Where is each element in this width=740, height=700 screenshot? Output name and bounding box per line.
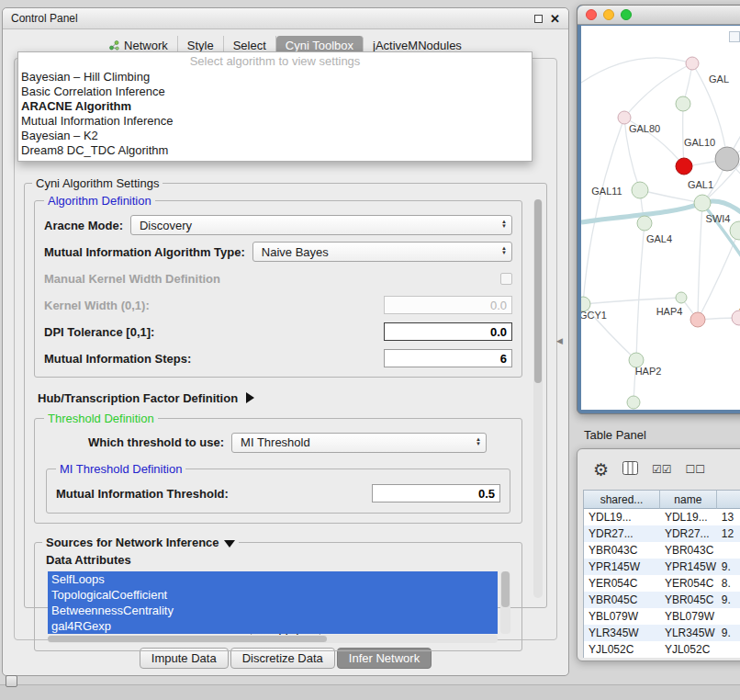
dpi-tolerance-field[interactable] bbox=[384, 322, 512, 341]
attribute-item-selfloops[interactable]: SelfLoops bbox=[48, 571, 498, 587]
algorithm-option-bayesian-k2[interactable]: Bayesian – K2 bbox=[18, 129, 532, 143]
table-row[interactable]: YBL079WYBL079W bbox=[584, 608, 740, 625]
algorithm-option-bayesian-hill-climbing[interactable]: Bayesian – Hill Climbing bbox=[18, 70, 532, 85]
table-row[interactable]: YDR27...YDR27...12 bbox=[584, 525, 740, 542]
algorithm-option-mutual-information-inference[interactable]: Mutual Information Inference bbox=[18, 114, 532, 129]
node-gray[interactable] bbox=[715, 147, 739, 171]
scrollbar-thumb[interactable] bbox=[534, 199, 542, 383]
close-icon[interactable]: ✕ bbox=[550, 13, 560, 25]
column-header-shared[interactable]: shared... bbox=[584, 491, 660, 509]
hub-definition-label: Hub/Transcription Factor Definition bbox=[38, 391, 238, 405]
canvas-scrollbar-corner[interactable] bbox=[729, 31, 740, 42]
column-header[interactable] bbox=[717, 491, 740, 509]
node-hap4[interactable] bbox=[690, 312, 705, 327]
table-row[interactable]: YER054CYER054C8. bbox=[584, 575, 740, 592]
node-gal1[interactable] bbox=[694, 195, 711, 211]
node-gal11[interactable] bbox=[632, 182, 648, 198]
node-label: GAL bbox=[709, 73, 729, 85]
table-cell: YER054C bbox=[660, 575, 717, 592]
table-cell: YJL052C bbox=[660, 641, 717, 658]
node[interactable] bbox=[676, 292, 687, 303]
algorithm-option-aracne-algorithm[interactable]: ARACNE Algorithm bbox=[18, 99, 532, 114]
gear-icon[interactable]: ⚙ bbox=[593, 459, 609, 480]
sources-title: Sources for Network Inference bbox=[46, 536, 219, 549]
table-cell: 8. bbox=[717, 575, 740, 592]
column-header-name[interactable]: name bbox=[660, 491, 717, 509]
select-all-checks-icon[interactable]: ☑☑ bbox=[652, 463, 672, 476]
mi-steps-field[interactable] bbox=[384, 349, 512, 367]
aracne-mode-value: Discovery bbox=[140, 219, 192, 232]
node-labels: GAL GAL80 GAL10 GAL11 GAL1 SWI4 GAL4 GCY… bbox=[581, 73, 740, 377]
node-swi4[interactable] bbox=[730, 221, 740, 240]
table-cell: YBR043C bbox=[584, 542, 660, 559]
node-gal80[interactable] bbox=[618, 111, 631, 124]
scrollbar-thumb[interactable] bbox=[48, 636, 327, 642]
mi-threshold-field[interactable] bbox=[372, 484, 500, 502]
algorithm-option-basic-correlation-inference[interactable]: Basic Correlation Inference bbox=[18, 85, 532, 99]
control-panel-window: Control Panel ✕ NetworkStyleSelectCyni T… bbox=[2, 7, 569, 676]
node[interactable] bbox=[676, 96, 690, 111]
settings-vscrollbar[interactable] bbox=[533, 199, 543, 598]
minimize-traffic-light-icon[interactable] bbox=[603, 9, 614, 20]
threshold-definition-group: Threshold Definition Which threshold to … bbox=[34, 412, 522, 524]
data-attributes-list[interactable]: SelfLoopsTopologicalCoefficientBetweenne… bbox=[48, 571, 510, 643]
table-row[interactable]: YJL052CYJL052C bbox=[584, 641, 740, 658]
attribute-list-hscrollbar[interactable] bbox=[48, 635, 498, 643]
table-cell: 9. bbox=[717, 625, 740, 641]
column-browser-icon[interactable] bbox=[622, 461, 638, 478]
attribute-item-betweennesscentrality[interactable]: BetweennessCentrality bbox=[48, 603, 498, 618]
table-row[interactable]: YDL19...YDL19...13 bbox=[584, 509, 740, 525]
dpi-tolerance-row: DPI Tolerance [0,1]: bbox=[44, 321, 512, 343]
aracne-mode-select[interactable]: Discovery ▲▼ bbox=[130, 215, 512, 235]
table-cell: YBL079W bbox=[660, 608, 717, 625]
deselect-all-checks-icon[interactable]: ☐☐ bbox=[686, 463, 706, 476]
data-attributes-label: Data Attributes bbox=[46, 553, 514, 567]
network-window-titlebar[interactable] bbox=[577, 6, 740, 25]
bottom-bar bbox=[0, 684, 740, 700]
tab-label: Style bbox=[187, 39, 214, 52]
zoom-traffic-light-icon[interactable] bbox=[621, 9, 632, 20]
node-label: GAL4 bbox=[646, 233, 672, 244]
network-graph: GAL GAL80 GAL10 GAL11 GAL1 SWI4 GAL4 GCY… bbox=[581, 26, 740, 410]
table-row[interactable]: YBR045CYBR045C9. bbox=[584, 592, 740, 608]
table-row[interactable]: YLR345WYLR345W9. bbox=[584, 625, 740, 641]
close-traffic-light-icon[interactable] bbox=[586, 9, 597, 20]
kernel-width-field[interactable] bbox=[384, 296, 512, 314]
network-tab-icon bbox=[109, 40, 119, 51]
manual-kernel-checkbox[interactable] bbox=[500, 273, 512, 285]
table-cell: YLR345W bbox=[584, 625, 660, 641]
attribute-item-gal4rgexp[interactable]: gal4RGexp bbox=[48, 618, 498, 634]
node-label: HAP4 bbox=[656, 306, 683, 317]
tab-label: Cyni Toolbox bbox=[286, 39, 353, 52]
table-row[interactable]: YPR145WYPR145W9. bbox=[584, 559, 740, 575]
scrollbar-thumb[interactable] bbox=[501, 571, 510, 607]
table-row[interactable]: YBR043CYBR043C bbox=[584, 542, 740, 559]
attribute-list-vscrollbar[interactable] bbox=[500, 571, 510, 634]
aracne-mode-label: Aracne Mode: bbox=[44, 219, 123, 232]
manual-kernel-label: Manual Kernel Width Definition bbox=[44, 272, 220, 286]
manual-kernel-row: Manual Kernel Width Definition bbox=[44, 267, 512, 289]
table-cell: YBL079W bbox=[584, 608, 660, 625]
attribute-item-topologicalcoefficient[interactable]: TopologicalCoefficient bbox=[48, 587, 498, 603]
hub-definition-toggle[interactable]: Hub/Transcription Factor Definition bbox=[38, 390, 522, 406]
table-cell: YDL19... bbox=[660, 509, 717, 525]
algorithm-option-dream8-dc-tdc-algorithm[interactable]: Dream8 DC_TDC Algorithm bbox=[18, 143, 532, 158]
node-label: HAP2 bbox=[635, 366, 662, 377]
table-toolbar: ⚙ ☑☑ ☐☐ bbox=[577, 449, 740, 490]
node-gal10-selected[interactable] bbox=[676, 158, 692, 175]
node-label: GAL1 bbox=[688, 179, 713, 190]
table-cell: YPR145W bbox=[584, 559, 660, 575]
float-window-icon[interactable] bbox=[534, 15, 543, 23]
algorithm-dropdown-list: Bayesian – Hill ClimbingBasic Correlatio… bbox=[18, 70, 532, 158]
sources-title-toggle[interactable]: Sources for Network Inference bbox=[42, 536, 239, 549]
table-cell: YJL052C bbox=[584, 641, 660, 658]
node-gal4[interactable] bbox=[637, 216, 652, 231]
which-threshold-select[interactable]: MI Threshold ▲▼ bbox=[231, 433, 487, 453]
mini-panel-icon[interactable] bbox=[6, 675, 17, 687]
node[interactable] bbox=[686, 57, 699, 70]
network-canvas[interactable]: GAL GAL80 GAL10 GAL11 GAL1 SWI4 GAL4 GCY… bbox=[581, 26, 740, 410]
mi-type-select[interactable]: Naive Bayes ▲▼ bbox=[252, 242, 512, 262]
node[interactable] bbox=[627, 396, 640, 409]
settings-group-title: Cyni Algorithm Settings bbox=[32, 176, 163, 190]
splitter-collapse-icon[interactable]: ◀ bbox=[556, 336, 563, 345]
